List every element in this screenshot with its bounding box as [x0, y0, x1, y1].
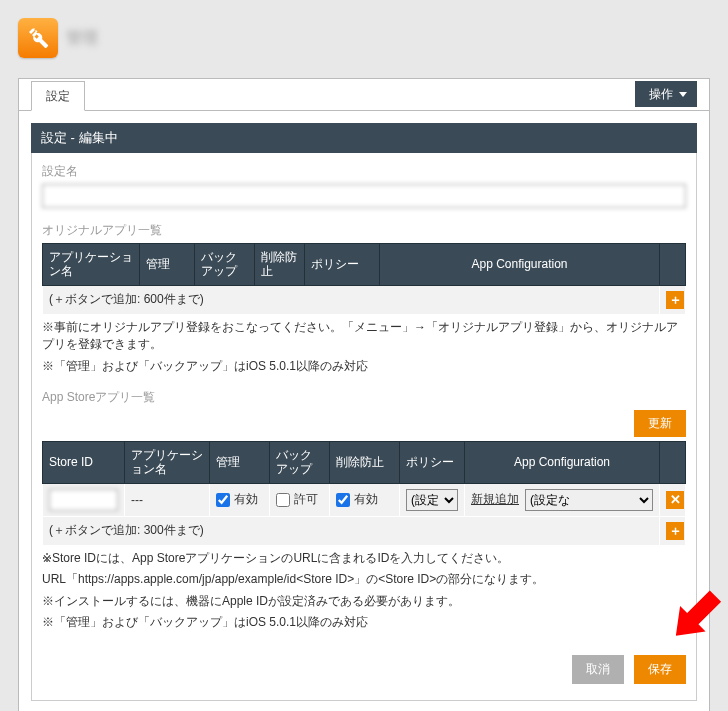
- manage-checkbox[interactable]: [216, 493, 230, 507]
- col-manage: 管理: [210, 441, 270, 483]
- backup-checkbox[interactable]: [276, 493, 290, 507]
- original-apps-add-hint: (＋ボタンで追加: 600件まで): [43, 285, 660, 314]
- original-apps-note-2: ※「管理」および「バックアップ」はiOS 5.0.1以降のみ対応: [42, 358, 686, 375]
- row-delete-button[interactable]: ✕: [666, 491, 684, 509]
- original-apps-add-row: (＋ボタンで追加: 600件まで) ＋: [43, 285, 686, 314]
- update-button[interactable]: 更新: [634, 410, 686, 437]
- original-apps-note-1: ※事前にオリジナルアプリ登録をおこなってください。「メニュー」→「オリジナルアプ…: [42, 319, 686, 354]
- cancel-button[interactable]: 取消: [572, 655, 624, 684]
- header-row: 管理: [18, 18, 710, 58]
- logo-text: 管理: [66, 28, 98, 49]
- chevron-down-icon: [679, 92, 687, 97]
- main-panel: 設定 操作 設定 - 編集中 設定名 オリジナルアプリ一覧: [18, 78, 710, 711]
- col-app-name: アプリケーション名: [43, 244, 140, 286]
- appstore-add-button[interactable]: ＋: [666, 522, 684, 540]
- manage-checkbox-wrap[interactable]: 有効: [216, 491, 263, 508]
- operations-label: 操作: [649, 86, 673, 103]
- prevent-delete-checkbox-wrap[interactable]: 有効: [336, 491, 393, 508]
- appstore-section-label: App Storeアプリ一覧: [42, 389, 686, 406]
- setting-name-label: 設定名: [42, 163, 686, 180]
- col-manage: 管理: [140, 244, 195, 286]
- policy-select[interactable]: (設定: [406, 489, 458, 511]
- store-id-input[interactable]: [49, 489, 118, 511]
- save-button[interactable]: 保存: [634, 655, 686, 684]
- col-policy: ポリシー: [400, 441, 465, 483]
- col-prevent-delete: 削除防止: [330, 441, 400, 483]
- plus-icon: ＋: [669, 291, 682, 309]
- appstore-add-row: (＋ボタンで追加: 300件まで) ＋: [43, 516, 686, 545]
- close-icon: ✕: [670, 492, 681, 507]
- appstore-add-hint: (＋ボタンで追加: 300件まで): [43, 516, 660, 545]
- original-apps-table: アプリケーション名 管理 バックアップ 削除防止 ポリシー App Config…: [42, 243, 686, 315]
- operations-dropdown[interactable]: 操作: [635, 81, 697, 107]
- appstore-apps-table: Store ID アプリケーション名 管理 バックアップ 削除防止 ポリシー A…: [42, 441, 686, 546]
- original-apps-add-button[interactable]: ＋: [666, 291, 684, 309]
- appstore-note-2: URL「https://apps.apple.com/jp/app/exampl…: [42, 571, 686, 588]
- panel-title: 設定 - 編集中: [31, 123, 697, 153]
- col-app-name: アプリケーション名: [125, 441, 210, 483]
- new-add-link[interactable]: 新規追加: [471, 491, 519, 508]
- col-policy: ポリシー: [305, 244, 380, 286]
- col-store-id: Store ID: [43, 441, 125, 483]
- col-action: [660, 441, 686, 483]
- col-prevent-delete: 削除防止: [255, 244, 305, 286]
- app-name-cell: ---: [125, 483, 210, 516]
- plus-icon: ＋: [669, 522, 682, 540]
- appstore-note-3: ※インストールするには、機器にApple IDが設定済みである必要があります。: [42, 593, 686, 610]
- tools-icon: [18, 18, 58, 58]
- col-backup: バックアップ: [270, 441, 330, 483]
- setting-name-input[interactable]: [42, 184, 686, 208]
- col-app-config: App Configuration: [465, 441, 660, 483]
- table-row: --- 有効 許可: [43, 483, 686, 516]
- col-app-config: App Configuration: [380, 244, 660, 286]
- app-config-select[interactable]: (設定な: [525, 489, 653, 511]
- col-action: [660, 244, 686, 286]
- col-backup: バックアップ: [195, 244, 255, 286]
- original-apps-section-label: オリジナルアプリ一覧: [42, 222, 686, 239]
- tab-settings[interactable]: 設定: [31, 81, 85, 111]
- prevent-delete-checkbox[interactable]: [336, 493, 350, 507]
- appstore-note-4: ※「管理」および「バックアップ」はiOS 5.0.1以降のみ対応: [42, 614, 686, 631]
- backup-checkbox-label: 許可: [294, 491, 318, 508]
- prevent-delete-checkbox-label: 有効: [354, 491, 378, 508]
- backup-checkbox-wrap[interactable]: 許可: [276, 491, 323, 508]
- manage-checkbox-label: 有効: [234, 491, 258, 508]
- appstore-note-1: ※Store IDには、App StoreアプリケーションのURLに含まれるID…: [42, 550, 686, 567]
